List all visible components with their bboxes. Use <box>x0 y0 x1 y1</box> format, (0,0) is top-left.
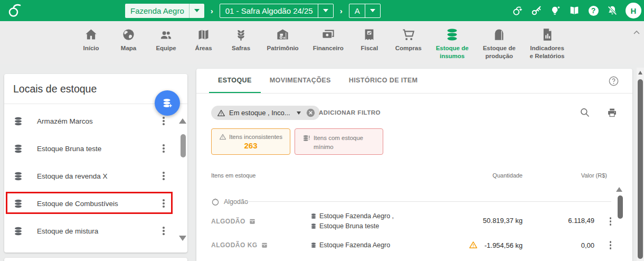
filter-chip-label: Em estoque , Inco... <box>229 109 290 117</box>
map-icon <box>196 27 211 42</box>
add-stock-location-button[interactable] <box>155 90 180 116</box>
item-menu-icon[interactable] <box>160 197 167 210</box>
home-icon <box>84 27 98 42</box>
barn-icon <box>276 27 290 42</box>
cotton-icon <box>211 198 220 206</box>
group-header-algodao: Algodão <box>211 198 248 206</box>
aegro-add-icon[interactable] <box>512 5 523 16</box>
remove-filter-icon[interactable] <box>306 108 315 117</box>
product-box-icon <box>261 241 268 249</box>
nav-fiscal[interactable]: Fiscal <box>358 27 381 52</box>
stock-main-panel: ESTOQUE MOVIMENTAÇÕES HISTÓRICO DE ITEM … <box>196 69 632 261</box>
list-item-estoque-de-combustiveis[interactable]: Estoque de Combustíveis <box>4 190 178 217</box>
warning-icon <box>219 133 226 141</box>
chevron-down-icon <box>194 9 200 12</box>
nav-areas[interactable]: Áreas <box>192 27 215 52</box>
tab-estoque[interactable]: ESTOQUE <box>209 69 261 93</box>
list-item-estoque-de-mistura[interactable]: Estoque de mistura <box>4 217 178 245</box>
season-selector-value: 01 - Safra Algodão 24/25 <box>225 6 313 15</box>
aegro-logo-icon[interactable] <box>6 3 22 18</box>
panel-help-icon[interactable] <box>609 76 619 86</box>
lightbulb-icon[interactable] <box>550 5 561 16</box>
database-stack-icon <box>445 27 459 42</box>
notifications-off-icon[interactable] <box>607 5 618 16</box>
nav-estoque-producao[interactable]: Estoque de produção <box>483 27 516 60</box>
item-quantity: -1.954,56 kg <box>485 241 523 249</box>
divider <box>245 201 611 202</box>
item-value: 0,00 <box>581 241 594 249</box>
database-icon <box>13 199 23 209</box>
tab-historico-de-item[interactable]: HISTÓRICO DE ITEM <box>340 69 427 93</box>
scrollbar-thumb[interactable] <box>618 195 623 219</box>
database-icon <box>13 116 23 126</box>
farm-selector[interactable]: Fazenda Aegro <box>125 4 204 18</box>
farm-selector-value: Fazenda Aegro <box>130 6 184 15</box>
row-menu-icon[interactable] <box>608 238 614 252</box>
key-icon[interactable] <box>531 5 542 16</box>
user-avatar[interactable]: H <box>626 3 641 18</box>
item-value: 6.118,49 <box>568 217 594 225</box>
collapse-toolbar-icon[interactable] <box>632 29 641 37</box>
divider <box>189 4 190 18</box>
print-icon[interactable] <box>607 107 618 118</box>
help-glyph: ? <box>589 6 599 16</box>
item-menu-icon[interactable] <box>160 114 167 128</box>
nav-indicadores[interactable]: Indicadores e Relatórios <box>530 27 565 60</box>
item-menu-icon[interactable] <box>160 142 167 155</box>
product-box-icon <box>249 218 256 225</box>
wheat-icon <box>234 27 248 42</box>
item-name-algodao-kg[interactable]: ALGODÃO KG <box>211 241 268 249</box>
card-value: 263 <box>244 141 257 150</box>
receipt-icon <box>362 27 376 42</box>
breadcrumb: Fazenda Aegro › 01 - Safra Algodão 24/25… <box>125 0 381 21</box>
search-icon[interactable] <box>580 107 590 118</box>
nav-estoque-insumos[interactable]: Estoque de insumos <box>436 27 469 60</box>
item-location: Estoque Fazenda Aegro <box>310 241 390 249</box>
nav-safras[interactable]: Safras <box>230 27 253 52</box>
nav-patrimonio[interactable]: Patrimônio <box>267 27 299 52</box>
people-icon <box>159 27 173 42</box>
scroll-up-arrow[interactable] <box>638 71 642 74</box>
page-scrollbar-thumb[interactable] <box>638 79 643 259</box>
item-menu-icon[interactable] <box>160 169 167 183</box>
inconsistent-items-card[interactable]: Itens inconsistentes 263 <box>211 128 290 155</box>
card-label: Itens com estoque mínimo <box>314 134 372 151</box>
list-item-estoque-da-revenda-x[interactable]: Estoque da revenda X <box>4 162 178 190</box>
panel-title: Locais de estoque <box>13 83 97 95</box>
globe-icon <box>121 27 136 42</box>
nav-equipe[interactable]: Equipe <box>155 27 178 52</box>
list-item-estoque-bruna-teste[interactable]: Estoque Bruna teste <box>4 135 178 162</box>
group-label: Algodão <box>224 198 248 206</box>
next-panel-edge <box>4 258 187 261</box>
item-location: Estoque Fazenda Aegro , <box>310 212 394 220</box>
database-add-icon <box>162 97 173 109</box>
card-label: Itens inconsistentes <box>229 134 282 140</box>
divider <box>365 4 365 18</box>
breadcrumb-separator: › <box>340 6 343 15</box>
nav-mapa[interactable]: Mapa <box>117 27 140 52</box>
database-icon <box>310 242 317 248</box>
item-menu-icon[interactable] <box>160 224 167 238</box>
breadcrumb-separator: › <box>211 6 213 15</box>
database-icon <box>13 171 23 181</box>
list-item-armazem-marcos[interactable]: Armazém Marcos <box>4 107 178 135</box>
database-alert-icon <box>302 134 310 142</box>
row-menu-icon[interactable] <box>608 215 614 228</box>
account-selector[interactable]: A <box>349 4 381 18</box>
book-icon[interactable] <box>569 5 580 16</box>
scroll-up-arrow[interactable] <box>179 118 186 124</box>
top-bar-actions: ? H <box>512 0 641 21</box>
tab-movimentacoes[interactable]: MOVIMENTAÇÕES <box>261 69 340 93</box>
scrollbar-thumb[interactable] <box>181 134 186 157</box>
nav-financeiro[interactable]: Financeiro <box>313 27 344 52</box>
add-filter-button[interactable]: ADICIONAR FILTRO <box>319 109 381 116</box>
nav-inicio[interactable]: Início <box>80 27 103 52</box>
season-selector[interactable]: 01 - Safra Algodão 24/25 <box>220 4 334 18</box>
scroll-up-arrow[interactable] <box>616 187 622 192</box>
help-icon[interactable]: ? <box>588 5 599 16</box>
item-name-algodao[interactable]: ALGODÃO <box>211 218 256 225</box>
scroll-down-arrow[interactable] <box>179 236 186 241</box>
nav-compras[interactable]: Compras <box>395 27 422 52</box>
active-filter-chip[interactable]: Em estoque , Inco... <box>211 106 320 120</box>
minimum-stock-items-card[interactable]: Itens com estoque mínimo <box>295 128 383 155</box>
